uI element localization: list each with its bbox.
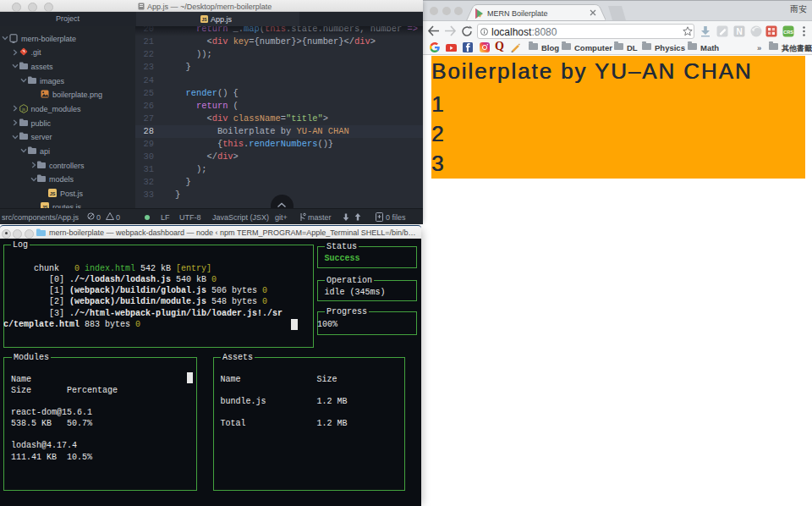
svg-text:CRS: CRS [783, 30, 793, 35]
svg-text:js: js [21, 106, 25, 111]
svg-text:N: N [736, 27, 742, 36]
svg-text:JS: JS [50, 191, 56, 196]
svg-text:JS: JS [201, 17, 207, 22]
